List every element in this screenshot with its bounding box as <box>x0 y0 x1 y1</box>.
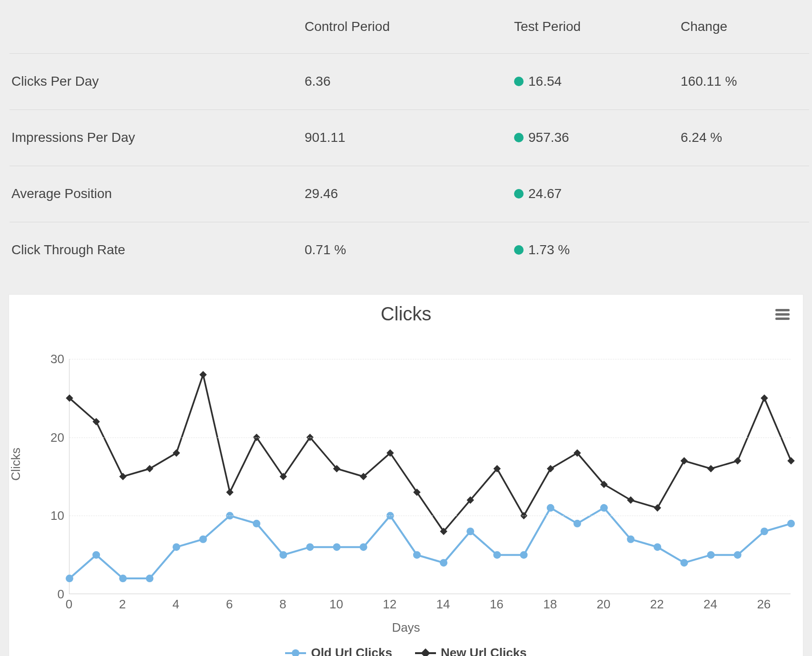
table-row: Impressions Per Day901.11957.366.24 % <box>10 109 809 166</box>
chart-menu-icon[interactable] <box>775 307 790 322</box>
data-point[interactable] <box>306 543 314 551</box>
data-point[interactable] <box>226 488 234 496</box>
header-test: Test Period <box>514 0 681 53</box>
data-point[interactable] <box>360 543 367 551</box>
legend-diamond-icon <box>415 647 436 656</box>
data-point[interactable] <box>654 543 661 551</box>
table-row: Average Position29.4624.67 <box>10 166 809 222</box>
data-point[interactable] <box>199 371 207 378</box>
data-point[interactable] <box>66 575 73 582</box>
cell-metric: Clicks Per Day <box>10 53 305 109</box>
chart-svg <box>69 359 791 594</box>
data-point[interactable] <box>466 527 474 535</box>
data-point[interactable] <box>707 551 715 559</box>
x-tick-label: 24 <box>703 597 717 612</box>
data-point[interactable] <box>119 473 127 480</box>
y-tick-label: 10 <box>36 508 64 523</box>
data-point[interactable] <box>413 551 421 559</box>
header-metric <box>10 0 305 53</box>
data-point[interactable] <box>761 527 768 535</box>
cell-control: 0.71 % <box>305 222 514 278</box>
cell-control: 29.46 <box>305 166 514 222</box>
legend-item[interactable]: Old Url Clicks <box>285 646 392 656</box>
data-point[interactable] <box>92 551 100 559</box>
x-tick-label: 18 <box>543 597 557 612</box>
data-point[interactable] <box>707 465 715 473</box>
legend-circle-icon <box>285 647 306 656</box>
clicks-chart-card: Clicks Clicks 01020300246810121416182022… <box>9 294 803 656</box>
chart-legend: Old Url ClicksNew Url Clicks <box>9 646 803 656</box>
cell-metric: Click Through Rate <box>10 222 305 278</box>
data-point[interactable] <box>787 457 795 465</box>
x-axis-label: Days <box>9 620 803 635</box>
status-dot-icon <box>514 133 524 142</box>
status-dot-icon <box>514 77 524 86</box>
cell-test: 957.36 <box>514 109 681 166</box>
data-point[interactable] <box>520 551 528 559</box>
cell-test-value: 1.73 % <box>528 242 570 257</box>
cell-test: 16.54 <box>514 53 681 109</box>
data-point[interactable] <box>627 497 634 504</box>
cell-change: 6.24 % <box>681 109 809 166</box>
x-tick-label: 10 <box>329 597 343 612</box>
x-tick-label: 8 <box>279 597 286 612</box>
status-dot-icon <box>514 189 524 199</box>
x-tick-label: 0 <box>66 597 72 612</box>
x-tick-label: 16 <box>490 597 504 612</box>
cell-test: 1.73 % <box>514 222 681 278</box>
x-tick-label: 12 <box>383 597 396 612</box>
cell-control: 6.36 <box>305 53 514 109</box>
cell-change <box>681 166 809 222</box>
table-row: Clicks Per Day6.3616.54160.11 % <box>10 53 809 109</box>
data-point[interactable] <box>279 551 287 559</box>
data-point[interactable] <box>680 559 688 567</box>
data-point[interactable] <box>627 536 634 543</box>
data-point[interactable] <box>253 520 260 527</box>
data-point[interactable] <box>681 457 688 465</box>
header-control: Control Period <box>305 0 514 53</box>
cell-test-value: 957.36 <box>528 130 569 145</box>
header-change: Change <box>681 0 809 53</box>
table-row: Click Through Rate0.71 %1.73 % <box>10 222 809 278</box>
chart-plot-wrap: Clicks 010203002468101214161820222426 <box>9 325 803 603</box>
legend-item[interactable]: New Url Clicks <box>415 646 527 656</box>
x-tick-label: 22 <box>650 597 664 612</box>
table-header-row: Control Period Test Period Change <box>10 0 809 53</box>
data-point[interactable] <box>173 543 180 551</box>
chart-plot-area <box>69 359 791 594</box>
y-tick-label: 20 <box>36 430 64 445</box>
cell-test-value: 24.67 <box>528 186 562 201</box>
cell-test: 24.67 <box>514 166 681 222</box>
cell-control: 901.11 <box>305 109 514 166</box>
chart-title: Clicks <box>9 295 803 325</box>
y-tick-label: 0 <box>36 587 64 602</box>
data-point[interactable] <box>173 449 180 457</box>
data-point[interactable] <box>761 395 768 402</box>
x-tick-label: 26 <box>757 597 771 612</box>
data-point[interactable] <box>547 504 555 512</box>
series-line <box>69 508 791 578</box>
cell-metric: Average Position <box>10 166 305 222</box>
data-point[interactable] <box>654 504 661 512</box>
cell-test-value: 16.54 <box>528 74 562 89</box>
data-point[interactable] <box>574 520 581 527</box>
data-point[interactable] <box>119 575 127 582</box>
data-point[interactable] <box>734 457 742 465</box>
data-point[interactable] <box>787 520 795 527</box>
status-dot-icon <box>514 245 524 255</box>
x-tick-label: 4 <box>172 597 179 612</box>
data-point[interactable] <box>146 465 154 473</box>
y-axis-label: Clicks <box>9 447 23 480</box>
legend-label: New Url Clicks <box>441 646 527 656</box>
cell-change <box>681 222 809 278</box>
data-point[interactable] <box>493 551 501 559</box>
data-point[interactable] <box>333 543 340 551</box>
data-point[interactable] <box>440 559 447 567</box>
data-point[interactable] <box>600 504 608 512</box>
x-tick-label: 14 <box>436 597 450 612</box>
data-point[interactable] <box>199 536 207 543</box>
data-point[interactable] <box>547 465 555 473</box>
x-tick-label: 6 <box>226 597 233 612</box>
data-point[interactable] <box>734 551 742 559</box>
data-point[interactable] <box>146 575 153 582</box>
